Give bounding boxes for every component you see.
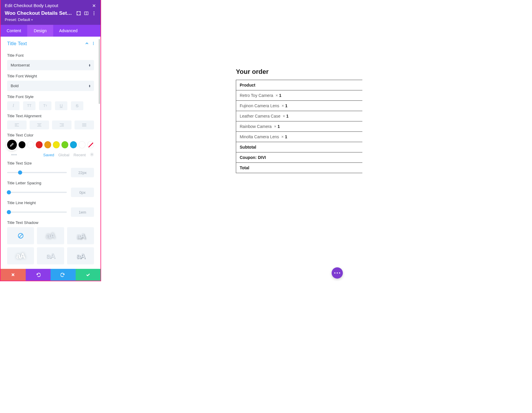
- style-strikethrough-button[interactable]: S: [71, 101, 83, 110]
- section-header-title-text[interactable]: Title Text: [1, 37, 100, 50]
- settings-panel: Edit Checkout Body Layout × Woo Checkout…: [0, 0, 101, 281]
- undo-button[interactable]: [26, 269, 51, 281]
- style-italic-button[interactable]: I: [7, 101, 20, 110]
- style-smallcaps-button[interactable]: TT: [39, 101, 51, 110]
- color-swatch[interactable]: [70, 141, 77, 148]
- total-label: Total: [236, 163, 363, 173]
- section-title: Title Text: [7, 41, 27, 47]
- tabs: Content Design Advanced: [1, 25, 100, 37]
- split-view-icon[interactable]: [84, 11, 89, 16]
- close-icon[interactable]: ×: [90, 2, 98, 9]
- align-right-button[interactable]: [52, 121, 72, 129]
- label-alignment: Title Text Alignment: [7, 114, 94, 118]
- align-center-button[interactable]: [30, 121, 49, 129]
- style-uppercase-button[interactable]: TT: [23, 101, 35, 110]
- kebab-menu-icon[interactable]: [92, 11, 96, 16]
- preset-selector[interactable]: Preset: Default▾: [1, 17, 100, 25]
- slider-text-size[interactable]: [7, 172, 67, 173]
- table-row: Retro Toy Camera × 1£59.99: [236, 90, 363, 101]
- align-left-button[interactable]: [7, 121, 27, 129]
- shadow-option[interactable]: aA: [7, 247, 34, 264]
- product-qty: 1: [286, 114, 289, 118]
- input-line-height[interactable]: 1em: [71, 207, 94, 217]
- panel-title: Edit Checkout Body Layout: [5, 3, 96, 8]
- coupon-label: Coupon: DIVI: [236, 152, 363, 163]
- order-table: Product Subtotal Retro Toy Camera × 1£59…: [236, 80, 362, 173]
- fab-button[interactable]: [332, 267, 343, 279]
- color-swatch[interactable]: [36, 141, 43, 148]
- label-text-shadow: Title Text Shadow: [7, 220, 94, 225]
- more-colors-icon[interactable]: •••: [11, 152, 17, 157]
- collapse-icon[interactable]: [85, 41, 89, 46]
- product-qty: 1: [279, 93, 281, 98]
- color-swatch[interactable]: [27, 141, 34, 148]
- label-letter-spacing: Title Letter Spacing: [7, 181, 94, 185]
- svg-point-8: [93, 44, 94, 45]
- product-name: Leather Camera Case: [240, 114, 280, 118]
- color-swatch-none[interactable]: [87, 141, 94, 148]
- label-text-size: Title Text Size: [7, 161, 94, 165]
- palette-settings-icon[interactable]: [90, 152, 94, 157]
- label-title-font: Title Font: [7, 53, 94, 58]
- table-row: Fujinon Camera Lens × 1£749.99: [236, 101, 363, 111]
- shadow-option[interactable]: aA: [37, 247, 64, 264]
- color-picker-button[interactable]: [7, 140, 17, 150]
- svg-point-7: [93, 43, 94, 44]
- shadow-option[interactable]: aA: [67, 247, 94, 264]
- panel-header: Edit Checkout Body Layout × Woo Checkout…: [1, 0, 100, 37]
- label-text-color: Title Text Color: [7, 133, 94, 137]
- align-justify-button[interactable]: [74, 121, 94, 129]
- color-swatch[interactable]: [61, 141, 68, 148]
- panel-body: Title Text Title Font Montserrat ▴▾ Titl…: [1, 37, 100, 269]
- shadow-option-none[interactable]: [7, 227, 34, 244]
- table-row: Leather Camera Case × 1£19.99: [236, 111, 363, 121]
- shadow-option[interactable]: aA: [37, 227, 64, 244]
- slider-letter-spacing[interactable]: [7, 192, 67, 193]
- color-swatches: [7, 140, 94, 150]
- module-title: Woo Checkout Details Setti...: [5, 10, 73, 16]
- section-menu-icon[interactable]: [92, 41, 95, 46]
- col-header-product: Product: [236, 80, 363, 90]
- tab-design[interactable]: Design: [27, 25, 53, 37]
- product-qty: 1: [285, 103, 288, 108]
- panel-footer: [1, 269, 100, 281]
- label-font-weight: Title Font Weight: [7, 74, 94, 78]
- palette-tab-recent[interactable]: Recent: [74, 153, 86, 157]
- select-arrows-icon: ▴▾: [89, 84, 90, 87]
- order-title: Your order: [236, 68, 362, 76]
- cancel-button[interactable]: [1, 269, 26, 281]
- tab-advanced[interactable]: Advanced: [53, 25, 83, 37]
- input-text-size[interactable]: 22px: [71, 168, 94, 177]
- svg-point-21: [91, 154, 93, 155]
- select-arrows-icon: ▴▾: [89, 64, 90, 67]
- tab-content[interactable]: Content: [1, 25, 27, 37]
- save-button[interactable]: [76, 269, 101, 281]
- product-qty: 1: [278, 124, 280, 129]
- redo-button[interactable]: [51, 269, 76, 281]
- product-name: Retro Toy Camera: [240, 93, 273, 98]
- table-row: Rainbow Camera × 1£39.99: [236, 121, 363, 132]
- color-swatch[interactable]: [53, 141, 60, 148]
- select-font-weight[interactable]: Bold ▴▾: [7, 81, 94, 91]
- label-font-style: Title Font Style: [7, 95, 94, 99]
- label-line-height: Title Line Height: [7, 201, 94, 205]
- palette-tab-saved[interactable]: Saved: [43, 153, 54, 157]
- preview-canvas: Your order Product Subtotal Retro Toy Ca…: [101, 0, 362, 281]
- table-row: Minolta Camera Lens × 1£599.99: [236, 132, 363, 142]
- svg-point-4: [94, 13, 95, 14]
- select-title-font[interactable]: Montserrat ▴▾: [7, 60, 94, 70]
- palette-tab-global[interactable]: Global: [58, 153, 69, 157]
- color-swatch[interactable]: [79, 141, 85, 148]
- color-swatch[interactable]: [44, 141, 51, 148]
- order-module: Your order Product Subtotal Retro Toy Ca…: [236, 68, 362, 173]
- product-name: Rainbow Camera: [240, 124, 272, 129]
- input-letter-spacing[interactable]: 0px: [71, 188, 94, 197]
- color-swatch[interactable]: [19, 141, 25, 148]
- style-underline-button[interactable]: U: [55, 101, 67, 110]
- svg-point-5: [94, 14, 95, 15]
- shadow-option[interactable]: aA: [67, 227, 94, 244]
- slider-line-height[interactable]: [7, 212, 67, 213]
- product-name: Fujinon Camera Lens: [240, 103, 279, 108]
- panel-scrollbar[interactable]: [99, 39, 100, 268]
- expand-icon[interactable]: [76, 11, 81, 16]
